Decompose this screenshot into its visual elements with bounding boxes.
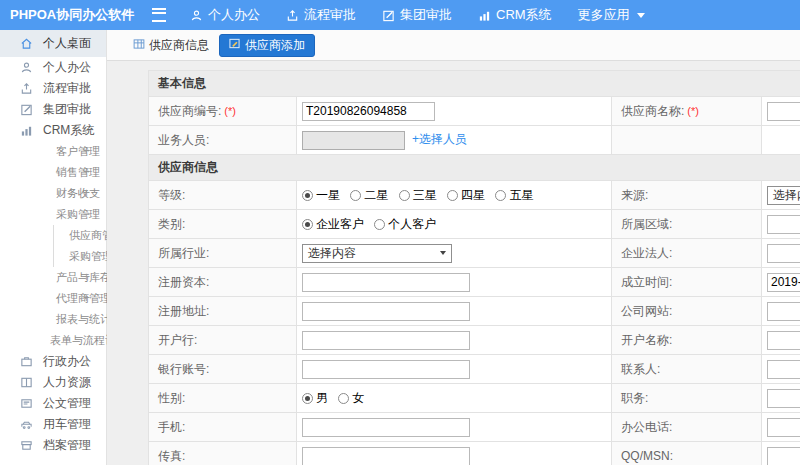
edit-icon [20, 103, 34, 116]
app-logo: PHPOA协同办公软件 [0, 6, 138, 24]
category-radio-enterprise[interactable]: 企业客户 [302, 216, 364, 233]
nav-more-apps[interactable]: 更多应用 [578, 6, 645, 24]
sidebar-item-purchase-sub[interactable]: 采购管理 [0, 246, 106, 267]
sidebar-item-finance[interactable]: 财务收支 + [0, 183, 106, 204]
expand-icon[interactable]: + [83, 393, 90, 414]
sidebar-item-reports[interactable]: 报表与统计 [0, 309, 106, 330]
sidebar-item-customer-mgmt[interactable]: 客户管理 + [0, 141, 106, 162]
tab-supplier-info[interactable]: 供应商信息 [133, 37, 209, 54]
grade-radio-group: 一星 二星 三星 四星 五星 [297, 181, 612, 210]
sidebar-item-crm-system[interactable]: CRM系统 − [0, 120, 106, 141]
expand-icon[interactable]: + [83, 99, 90, 120]
home-icon [20, 37, 34, 50]
car-icon [20, 418, 34, 431]
grade-radio-1star[interactable]: 一星 [302, 187, 340, 204]
form-row: 开户行: 开户名称: [149, 326, 800, 355]
sidebar-item-group-approval[interactable]: 集团审批 + [0, 99, 106, 120]
person-icon [20, 61, 34, 74]
contact-input[interactable] [767, 360, 800, 379]
sidebar-item-label: 报表与统计 [56, 309, 111, 330]
grade-radio-5star[interactable]: 五星 [495, 187, 533, 204]
sidebar-item-form-flow-settings[interactable]: 表单与流程设置 + [0, 330, 106, 351]
collapse-icon[interactable]: − [83, 204, 90, 225]
sidebar-item-sales-mgmt[interactable]: 销售管理 + [0, 162, 106, 183]
sidebar-item-supplier-mgmt[interactable]: 供应商管理 [0, 225, 106, 246]
sidebar-item-vehicle-mgmt[interactable]: 用车管理 + [0, 414, 106, 435]
form-row: 性别: 男 女 职务: [149, 384, 800, 413]
sidebar-item-archive-mgmt[interactable]: 档案管理 + [0, 435, 106, 456]
field-label: QQ/MSN: [612, 442, 762, 465]
source-select[interactable]: 选择内容 [767, 186, 800, 205]
section-title-basic: 基本信息 [149, 71, 800, 97]
account-name-input[interactable] [767, 331, 800, 350]
gender-radio-male[interactable]: 男 [302, 390, 328, 407]
radio-icon [350, 190, 361, 201]
supplier-no-input[interactable] [302, 102, 435, 121]
expand-icon[interactable]: + [83, 288, 90, 309]
founded-date-input[interactable] [767, 273, 800, 292]
sidebar-item-personal-desktop[interactable]: 个人桌面 [0, 30, 106, 57]
collapse-icon[interactable]: − [83, 120, 90, 141]
supplier-name-input[interactable] [767, 102, 800, 121]
mobile-input[interactable] [302, 418, 470, 437]
region-input[interactable] [767, 215, 800, 234]
website-input[interactable] [767, 302, 800, 321]
expand-icon[interactable]: + [83, 141, 90, 162]
tab-supplier-add[interactable]: 供应商添加 [219, 34, 315, 57]
expand-icon[interactable]: + [83, 57, 90, 78]
hamburger-menu-icon[interactable] [152, 8, 166, 22]
staff-input[interactable] [302, 131, 405, 150]
form-row: 等级: 一星 二星 三星 四星 五星 来源: 选择内容 [149, 181, 800, 210]
sidebar-item-agent-mgmt[interactable]: 代理商管理 + [0, 288, 106, 309]
expand-icon[interactable]: + [83, 183, 90, 204]
expand-icon[interactable]: + [83, 267, 90, 288]
expand-icon[interactable]: + [83, 78, 90, 99]
sidebar-item-purchase-mgmt[interactable]: 采购管理 − [0, 204, 106, 225]
category-radio-personal[interactable]: 个人客户 [374, 216, 436, 233]
caret-down-icon [440, 251, 446, 255]
nav-workflow-approval[interactable]: 流程审批 [286, 6, 356, 24]
nav-group-approval[interactable]: 集团审批 [382, 6, 452, 24]
upload-icon [20, 82, 34, 95]
expand-icon[interactable]: + [83, 162, 90, 183]
expand-icon[interactable]: + [83, 435, 90, 456]
position-input[interactable] [767, 389, 800, 408]
fax-input[interactable] [302, 447, 470, 465]
radio-icon [495, 190, 506, 201]
bank-input[interactable] [302, 331, 470, 350]
radio-icon [302, 219, 313, 230]
legal-person-input[interactable] [767, 244, 800, 263]
capital-input[interactable] [302, 273, 470, 292]
reg-address-input[interactable] [302, 302, 470, 321]
qq-msn-input[interactable] [767, 447, 800, 465]
archive-icon [20, 439, 34, 452]
gender-radio-female[interactable]: 女 [338, 390, 364, 407]
grade-radio-3star[interactable]: 三星 [399, 187, 437, 204]
expand-icon[interactable]: + [83, 414, 90, 435]
sidebar-item-personal-office[interactable]: 个人办公 + [0, 57, 106, 78]
nav-personal-office[interactable]: 个人办公 [190, 6, 260, 24]
bank-account-input[interactable] [302, 360, 470, 379]
sidebar-item-hr[interactable]: 人力资源 + [0, 372, 106, 393]
office-phone-input[interactable] [767, 418, 800, 437]
field-label: 业务人员: [149, 126, 297, 155]
sidebar-item-workflow-approval[interactable]: 流程审批 + [0, 78, 106, 99]
nav-label: 流程审批 [304, 6, 356, 24]
grade-radio-4star[interactable]: 四星 [447, 187, 485, 204]
field-label: 公司网站: [612, 297, 762, 326]
expand-icon[interactable]: + [83, 372, 90, 393]
sidebar-item-document-mgmt[interactable]: 公文管理 + [0, 393, 106, 414]
radio-icon [302, 190, 313, 201]
form-add-icon [229, 38, 240, 52]
category-radio-group: 企业客户 个人客户 [297, 210, 612, 239]
industry-select[interactable]: 选择内容 [302, 244, 452, 263]
grade-radio-2star[interactable]: 二星 [350, 187, 388, 204]
field-label: 类别: [149, 210, 297, 239]
choose-staff-link[interactable]: +选择人员 [412, 132, 467, 146]
tree-line [53, 225, 54, 246]
expand-icon[interactable]: + [83, 351, 90, 372]
nav-crm-system[interactable]: CRM系统 [478, 6, 552, 24]
sidebar-item-product-inventory[interactable]: 产品与库存 + [0, 267, 106, 288]
sidebar-item-admin-office[interactable]: 行政办公 + [0, 351, 106, 372]
radio-icon [399, 190, 410, 201]
